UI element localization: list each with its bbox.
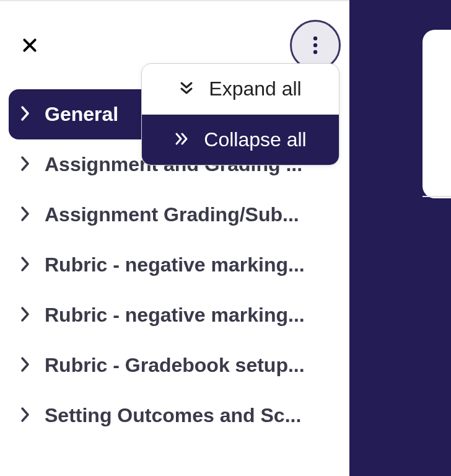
chevron-double-right-icon bbox=[174, 128, 189, 151]
chevron-right-icon bbox=[20, 356, 31, 375]
more-vertical-icon bbox=[313, 36, 318, 55]
navigation-panel: General Assignment and Grading ... Assig… bbox=[0, 0, 349, 476]
nav-item-rubric-gradebook[interactable]: Rubric - Gradebook setup... bbox=[9, 340, 338, 390]
nav-item-label: Setting Outcomes and Sc... bbox=[45, 404, 301, 427]
chevron-double-down-icon bbox=[179, 77, 194, 100]
close-icon bbox=[22, 37, 38, 53]
chevron-right-icon bbox=[20, 105, 31, 124]
nav-item-label: Rubric - Gradebook setup... bbox=[45, 354, 305, 377]
nav-item-label: Rubric - negative marking... bbox=[45, 304, 305, 327]
nav-item-rubric-negative-1[interactable]: Rubric - negative marking... bbox=[9, 240, 338, 290]
dropdown-label: Collapse all bbox=[204, 128, 306, 151]
chevron-right-icon bbox=[20, 206, 31, 224]
dropdown-label: Expand all bbox=[209, 77, 301, 100]
expand-collapse-menu: Expand all Collapse all bbox=[141, 63, 339, 165]
content-backdrop bbox=[349, 0, 451, 476]
expand-all-option[interactable]: Expand all bbox=[142, 64, 339, 115]
svg-point-0 bbox=[313, 37, 317, 40]
chevron-right-icon bbox=[20, 256, 31, 275]
close-button[interactable] bbox=[19, 34, 41, 56]
collapse-all-option[interactable]: Collapse all bbox=[142, 115, 339, 165]
chevron-right-icon bbox=[20, 306, 31, 325]
nav-item-label: Rubric - negative marking... bbox=[45, 253, 305, 276]
nav-item-setting-outcomes[interactable]: Setting Outcomes and Sc... bbox=[9, 390, 338, 441]
nav-item-assignment-grading-sub[interactable]: Assignment Grading/Sub... bbox=[9, 190, 338, 240]
nav-item-rubric-negative-2[interactable]: Rubric - negative marking... bbox=[9, 290, 338, 340]
svg-point-2 bbox=[313, 50, 317, 54]
chevron-right-icon bbox=[20, 156, 31, 174]
svg-point-1 bbox=[313, 43, 317, 47]
content-card bbox=[423, 30, 451, 198]
nav-item-label: Assignment Grading/Sub... bbox=[45, 203, 299, 226]
nav-item-label: General bbox=[45, 103, 118, 126]
chevron-right-icon bbox=[20, 407, 31, 425]
